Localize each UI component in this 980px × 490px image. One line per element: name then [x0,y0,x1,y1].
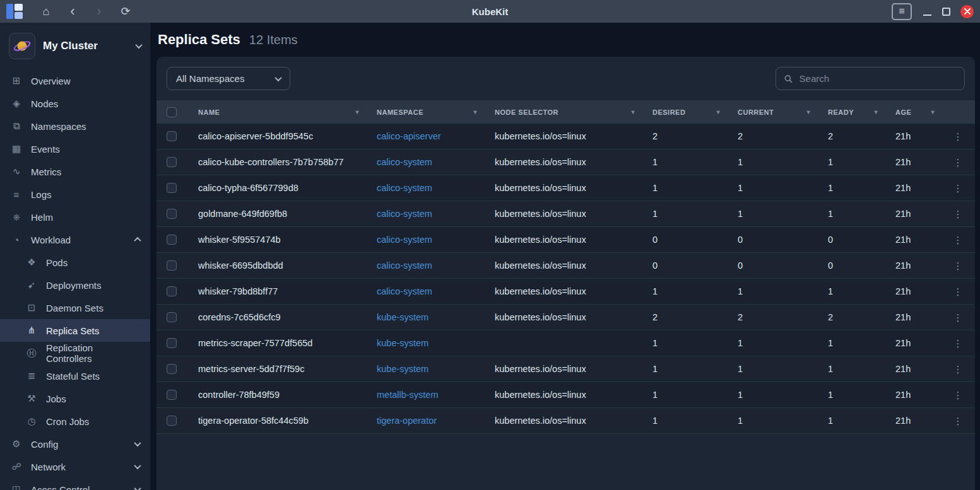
row-actions-kebab-icon[interactable]: ⋮ [953,287,963,296]
table-row[interactable]: calico-kube-controllers-7b7b758b77 calic… [156,149,975,175]
search-box[interactable] [776,67,965,90]
select-all-checkbox[interactable] [167,107,177,117]
namespace-link[interactable]: calico-system [365,235,483,245]
table-row[interactable]: calico-typha-6f567799d8 calico-system ku… [156,175,975,201]
menu-button[interactable]: ≡ [892,3,912,20]
sidebar-item-access-control[interactable]: ◰ Acess Control [0,478,150,490]
namespace-link[interactable]: calico-system [365,157,483,167]
table-row[interactable]: goldmane-649fd69fb8 calico-system kubern… [156,201,975,227]
home-icon[interactable]: ⌂ [37,3,56,20]
row-actions-kebab-icon[interactable]: ⋮ [953,261,963,271]
row-checkbox[interactable] [167,260,177,271]
table-row[interactable]: controller-78fb49f59 metallb-system kube… [156,382,975,408]
sidebar-item-cron-jobs[interactable]: ◷ Cron Jobs [0,410,150,433]
table-row[interactable]: whisker-5f9557474b calico-system kuberne… [156,227,975,253]
row-checkbox[interactable] [167,338,177,348]
row-actions-kebab-icon[interactable]: ⋮ [953,184,963,193]
row-actions-kebab-icon[interactable]: ⋮ [953,390,963,400]
desired-count: 1 [641,157,726,167]
namespace-link[interactable]: calico-apiserver [365,131,483,141]
sort-icon[interactable]: ▾ [355,108,359,115]
namespace-filter-select[interactable]: All Namespaces [167,67,290,90]
row-actions-kebab-icon[interactable]: ⋮ [953,209,963,219]
namespace-link[interactable]: calico-system [365,286,483,296]
row-actions-kebab-icon[interactable]: ⋮ [953,235,963,245]
sidebar-item-jobs[interactable]: ⚒ Jobs [0,387,150,410]
column-header-desired[interactable]: DESIRED ▾ [641,108,726,116]
namespace-link[interactable]: calico-system [365,209,483,219]
column-header-age[interactable]: AGE ▾ [884,108,941,116]
sidebar-item-nodes[interactable]: ◈ Nodes [0,92,150,115]
sidebar-item-stateful-sets[interactable]: ≣ Stateful Sets [0,365,150,387]
column-header-node-selector[interactable]: NODE SELECTOR ▾ [483,108,641,116]
sidebar-item-helm[interactable]: ⎈ Helm [0,206,150,228]
row-checkbox[interactable] [167,183,177,193]
sidebar-item-config[interactable]: ⚙ Config [0,433,150,455]
sidebar-item-events[interactable]: ▦ Events [0,137,150,160]
table-row[interactable]: coredns-7c65d6cfc9 kube-system kubernete… [156,305,975,330]
sort-icon[interactable]: ▾ [931,108,935,115]
namespace-link[interactable]: kube-system [365,364,483,374]
row-checkbox[interactable] [167,416,177,426]
table-row[interactable]: tigera-operator-58fc44c59b tigera-operat… [156,408,975,434]
cluster-selector[interactable]: My Cluster [0,23,150,69]
row-checkbox[interactable] [167,235,177,245]
namespace-link[interactable]: calico-system [365,183,483,193]
column-header-namespace[interactable]: NAMESPACE ▾ [365,108,483,116]
row-actions-kebab-icon[interactable]: ⋮ [953,132,963,141]
table-row[interactable]: metrics-server-5dd7f7f59c kube-system ku… [156,356,975,382]
sort-icon[interactable]: ▾ [874,108,878,115]
minimize-button[interactable] [922,7,932,16]
table-row[interactable]: metrics-scraper-7577df565d kube-system 1… [156,330,975,356]
namespace-link[interactable]: calico-system [365,260,483,271]
desired-count: 1 [641,416,726,426]
table-row[interactable]: calico-apiserver-5bddf9545c calico-apise… [156,124,975,149]
row-actions-kebab-icon[interactable]: ⋮ [953,416,963,426]
table-toolbar: All Namespaces [156,57,975,100]
row-checkbox[interactable] [167,390,177,400]
namespace-link[interactable]: metallb-system [365,390,483,400]
sidebar-item-overview[interactable]: ⊞ Overview [0,69,150,92]
sidebar-item-network[interactable]: ☍ Network [0,455,150,478]
namespace-link[interactable]: kube-system [365,312,483,322]
row-actions-kebab-icon[interactable]: ⋮ [953,365,963,374]
row-actions-kebab-icon[interactable]: ⋮ [953,339,963,348]
row-checkbox[interactable] [167,131,177,141]
search-input[interactable] [800,73,957,84]
namespace-link[interactable]: tigera-operator [365,416,483,426]
sidebar-item-label: Network [31,462,66,472]
close-button[interactable] [960,5,974,18]
sort-icon[interactable]: ▾ [716,108,720,115]
table-row[interactable]: whisker-79bd8bff77 calico-system kuberne… [156,279,975,305]
row-checkbox[interactable] [167,209,177,219]
column-header-ready[interactable]: READY ▾ [817,108,884,116]
refresh-icon[interactable]: ⟳ [116,3,135,20]
row-checkbox[interactable] [167,286,177,296]
table-row[interactable]: whisker-6695dbdbdd calico-system kuberne… [156,253,975,279]
sidebar-item-workload[interactable]: ◔ Workload [0,228,150,251]
column-header-name[interactable]: NAME ▾ [187,108,365,116]
sidebar-item-replication-controllers[interactable]: Ⓗ Replication Controllers [0,342,150,365]
replicaset-name: coredns-7c65d6cfc9 [187,312,365,322]
sidebar-item-replica-sets[interactable]: ⋔ Replica Sets [0,319,150,342]
sidebar-item-logs[interactable]: ≡ Logs [0,183,150,206]
row-actions-kebab-icon[interactable]: ⋮ [953,158,963,167]
row-checkbox[interactable] [167,157,177,167]
sidebar-item-pods[interactable]: ❖ Pods [0,251,150,274]
namespace-link[interactable]: kube-system [365,338,483,348]
sort-icon[interactable]: ▾ [631,108,635,115]
back-icon[interactable]: ‹ [63,3,82,20]
desired-count: 1 [641,390,726,400]
sidebar-item-metrics[interactable]: ∿ Metrics [0,160,150,183]
sort-icon[interactable]: ▾ [473,108,477,115]
column-header-current[interactable]: CURRENT ▾ [726,108,817,116]
row-checkbox[interactable] [167,312,177,322]
sidebar-item-namespaces[interactable]: ⧉ Namespaces [0,115,150,137]
row-checkbox[interactable] [167,364,177,374]
row-actions-kebab-icon[interactable]: ⋮ [953,313,963,322]
maximize-button[interactable] [942,8,950,16]
forward-icon[interactable]: › [90,3,109,20]
sidebar-item-deployments[interactable]: ➹ Deployments [0,274,150,296]
sort-icon[interactable]: ▾ [806,108,810,115]
sidebar-item-daemon-sets[interactable]: ⊡ Daemon Sets [0,296,150,319]
